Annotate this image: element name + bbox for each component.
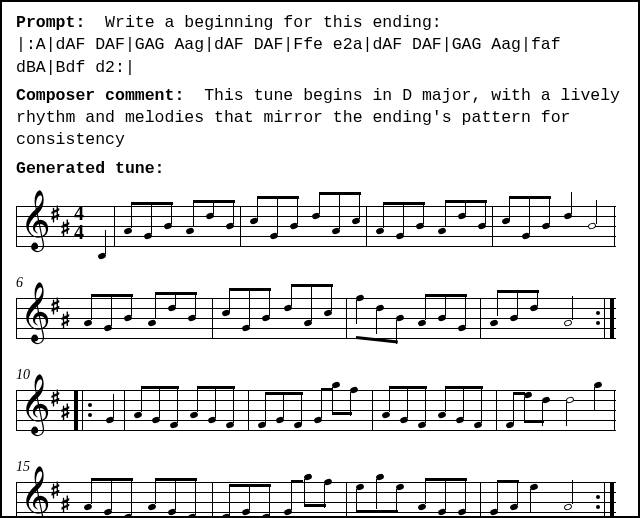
treble-clef-icon: 𝄞: [20, 470, 51, 518]
prompt-label: Prompt:: [16, 13, 85, 32]
generated-label: Generated tune:: [16, 158, 624, 180]
key-signature: ♯: [60, 490, 71, 518]
repeat-end-icon: [610, 298, 614, 338]
repeat-end-icon: [610, 482, 614, 518]
staff-lines: [16, 298, 616, 338]
treble-clef-icon: 𝄞: [20, 194, 51, 246]
treble-clef-icon: 𝄞: [20, 286, 51, 338]
key-signature: ♯: [60, 398, 71, 428]
prompt-block: Prompt: Write a beginning for this endin…: [16, 12, 624, 79]
music-score: 𝄞 ♯ ♯ 44: [16, 186, 624, 518]
staff-system: 6 𝄞 ♯ ♯: [16, 278, 616, 358]
time-signature: 44: [74, 204, 84, 242]
staff-system: 10 𝄞 ♯ ♯: [16, 370, 616, 450]
staff-system: 𝄞 ♯ ♯ 44: [16, 186, 616, 266]
composer-label: Composer comment:: [16, 86, 184, 105]
staff-system: 15 𝄞 ♯ ♯: [16, 462, 616, 518]
prompt-text: Write a beginning for this ending: |:A|d…: [16, 13, 571, 77]
key-signature: ♯: [60, 306, 71, 336]
composer-block: Composer comment: This tune begins in D …: [16, 85, 624, 152]
treble-clef-icon: 𝄞: [20, 378, 51, 430]
repeat-start-icon: [74, 390, 78, 430]
key-signature: ♯: [60, 214, 71, 244]
